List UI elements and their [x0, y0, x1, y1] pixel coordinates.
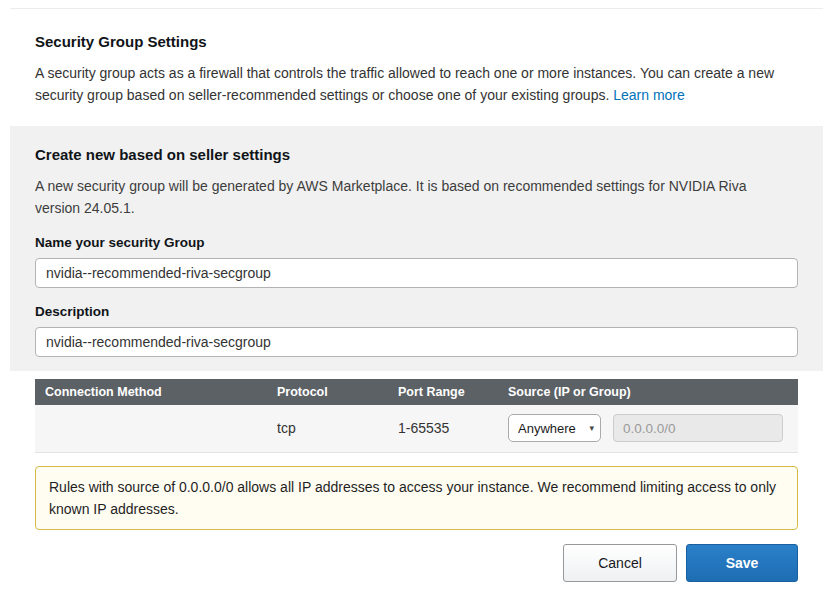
action-bar: Cancel Save: [10, 530, 823, 582]
column-header-connection-method: Connection Method: [35, 379, 267, 405]
rules-table-header-row: Connection Method Protocol Port Range So…: [35, 379, 798, 405]
cell-port-range: 1-65535: [388, 405, 498, 452]
cancel-button[interactable]: Cancel: [563, 544, 677, 582]
header-section: Security Group Settings A security group…: [10, 8, 823, 126]
source-select-wrapper: Anywhere ▾: [508, 414, 601, 442]
rules-table-section: Connection Method Protocol Port Range So…: [10, 371, 823, 453]
create-new-section-title: Create new based on seller settings: [35, 146, 798, 163]
cell-source: Anywhere ▾: [498, 405, 798, 452]
page-description: A security group acts as a firewall that…: [35, 62, 795, 106]
column-header-source: Source (IP or Group): [498, 379, 798, 405]
save-button[interactable]: Save: [686, 544, 798, 582]
name-field-label: Name your security Group: [35, 235, 798, 250]
create-new-section: Create new based on seller settings A ne…: [10, 126, 823, 371]
learn-more-link[interactable]: Learn more: [613, 87, 685, 103]
description-field-label: Description: [35, 304, 798, 319]
page-title: Security Group Settings: [35, 33, 798, 50]
open-source-warning: Rules with source of 0.0.0.0/0 allows al…: [35, 466, 798, 530]
table-row: tcp 1-65535 Anywhere ▾: [35, 405, 798, 452]
security-group-description-input[interactable]: [35, 327, 798, 357]
column-header-port-range: Port Range: [388, 379, 498, 405]
create-new-section-description: A new security group will be generated b…: [35, 175, 795, 219]
cell-connection-method: [35, 405, 267, 452]
source-select[interactable]: Anywhere: [508, 414, 601, 442]
cell-protocol: tcp: [267, 405, 388, 452]
security-group-name-input[interactable]: [35, 258, 798, 288]
rules-table: Connection Method Protocol Port Range So…: [35, 379, 798, 453]
column-header-protocol: Protocol: [267, 379, 388, 405]
source-ip-input: [613, 414, 783, 442]
security-group-settings-panel: Security Group Settings A security group…: [10, 8, 823, 582]
